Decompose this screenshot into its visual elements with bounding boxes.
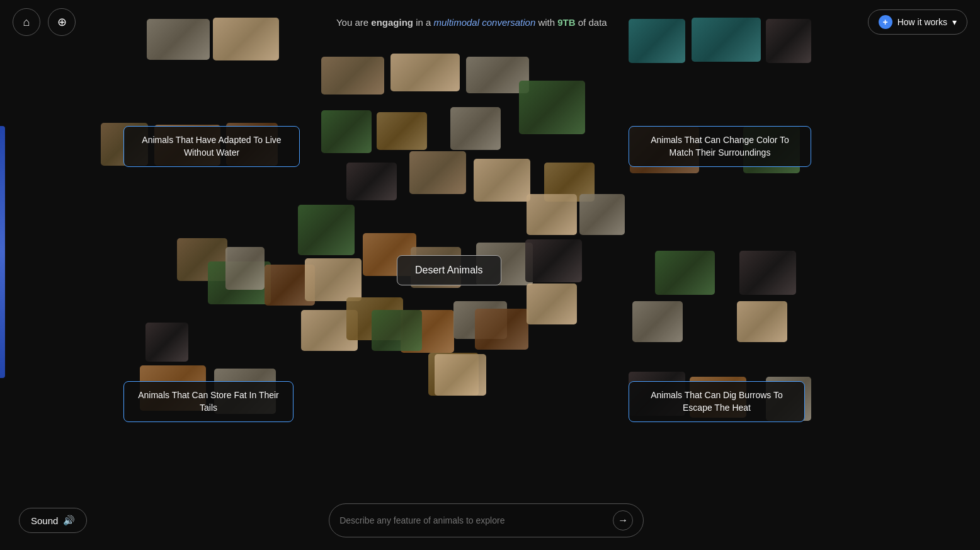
thumbnail-t11[interactable]	[377, 112, 427, 150]
status-data-size: 9TB	[557, 17, 575, 28]
home-button[interactable]: ⌂	[13, 8, 40, 36]
thumbnail-t46[interactable]	[655, 251, 715, 295]
plus-icon: +	[879, 15, 892, 29]
thumbnail-t6[interactable]	[321, 57, 384, 95]
header: ⌂ ⊕ You are engaging in a multimodal con…	[0, 0, 980, 44]
status-multimodal: multimodal conversation	[434, 17, 536, 28]
thumbnail-t13[interactable]	[346, 163, 397, 200]
search-input[interactable]	[339, 515, 613, 525]
thumbnail-t27[interactable]	[525, 239, 582, 282]
thumbnail-t18[interactable]	[527, 194, 577, 235]
header-status: You are engaging in a multimodal convers…	[336, 17, 607, 28]
how-it-works-label: How it works	[897, 17, 947, 27]
thumbnail-t38[interactable]	[435, 354, 486, 396]
status-suffix: of data	[578, 17, 607, 28]
main-canvas: Animals That Have Adapted To Live Withou…	[0, 44, 980, 550]
bottom-controls: Sound 🔊 →	[0, 503, 980, 537]
status-you-are: You are	[336, 17, 371, 28]
thumbnail-t49[interactable]	[737, 301, 787, 342]
header-left: ⌂ ⊕	[13, 8, 76, 36]
location-button[interactable]: ⊕	[48, 8, 76, 36]
thumbnail-t32[interactable]	[475, 309, 528, 350]
sidebar-strip	[0, 126, 5, 378]
thumbnail-t12[interactable]	[450, 107, 501, 150]
status-engaging: engaging	[371, 17, 413, 28]
category-dig-burrows[interactable]: Animals That Can Dig Burrows To Escape T…	[629, 381, 805, 422]
thumbnail-t9[interactable]	[519, 81, 585, 134]
thumbnail-t47[interactable]	[739, 251, 796, 295]
thumbnail-t14[interactable]	[409, 151, 466, 194]
status-with: with	[538, 17, 557, 28]
thumbnail-t34[interactable]	[145, 323, 188, 362]
search-bar: →	[329, 503, 644, 537]
sound-icon: 🔊	[63, 515, 75, 526]
send-button[interactable]: →	[613, 510, 633, 530]
thumbnail-t33[interactable]	[527, 284, 577, 324]
thumbnail-t10[interactable]	[321, 110, 372, 153]
category-adapted-water[interactable]: Animals That Have Adapted To Live Withou…	[123, 126, 300, 167]
thumbnail-t19[interactable]	[579, 194, 625, 235]
sound-label: Sound	[31, 515, 58, 526]
thumbnail-t17[interactable]	[298, 205, 355, 255]
desert-animals-button[interactable]: Desert Animals	[397, 255, 501, 285]
thumbnail-t23[interactable]	[305, 258, 362, 301]
thumbnail-t15[interactable]	[474, 159, 530, 202]
thumbnail-t7[interactable]	[390, 54, 460, 91]
how-it-works-button[interactable]: + How it works ▾	[868, 9, 967, 35]
category-store-fat[interactable]: Animals That Can Store Fat In Their Tail…	[123, 381, 293, 422]
chevron-down-icon: ▾	[952, 17, 957, 27]
thumbnail-t48[interactable]	[632, 301, 683, 342]
category-change-color[interactable]: Animals That Can Change Color To Match T…	[629, 126, 811, 167]
thumbnail-t36[interactable]	[372, 310, 422, 351]
sound-button[interactable]: Sound 🔊	[19, 508, 87, 533]
status-in-a: in a	[416, 17, 433, 28]
thumbnail-t35[interactable]	[225, 247, 265, 290]
